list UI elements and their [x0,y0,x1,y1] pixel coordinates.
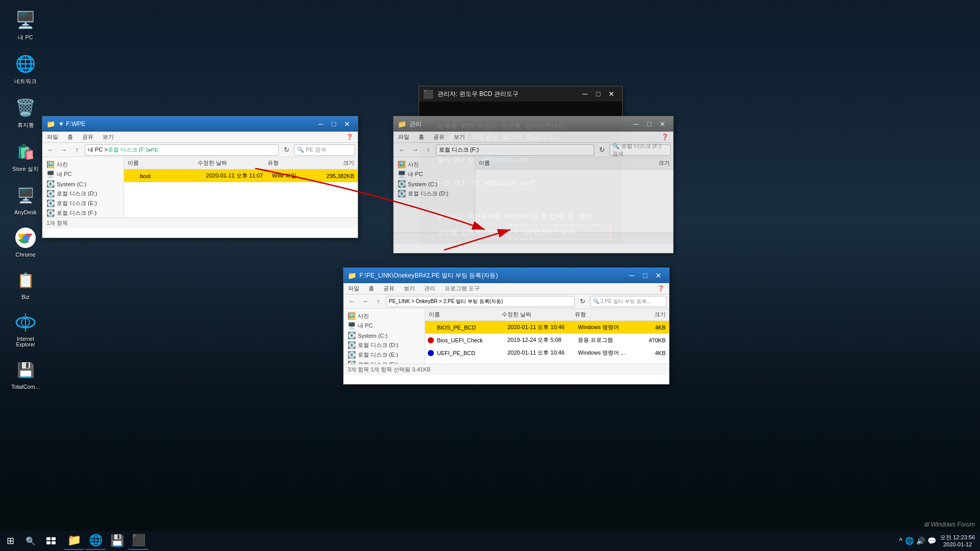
e3-forward[interactable]: → [359,296,371,307]
e2-col-name[interactable]: 이름 [478,158,554,168]
e3-col-type[interactable]: 유형 [574,310,629,319]
explorer3-titlebar[interactable]: 📁 F:\PE_LINK\OnekeyBR#2.PE 멀티 부팅 등록(자동) … [344,268,669,283]
e3-file[interactable]: 파일 [346,284,361,293]
sidebar-item-photos[interactable]: 🖼️사진 [45,160,121,169]
forward-button[interactable]: → [58,144,69,156]
desktop-icon-store[interactable]: 🛍️ Store 설치 [5,137,46,176]
sidebar-item-mypc[interactable]: 🖥️내 PC [45,169,121,179]
help-icon[interactable]: ❓ [344,133,355,141]
e2-address[interactable]: 로컬 디스크 (F:) [436,144,594,156]
taskbar-item-cmd[interactable]: ⬛ [128,532,149,550]
e3-share[interactable]: 공유 [381,284,397,293]
e2-back[interactable]: ← [396,144,407,156]
refresh-button[interactable]: ↻ [281,144,292,156]
e3-s-f[interactable]: 💽로컬 디스크 (F:) [346,360,422,364]
e3-view[interactable]: 보기 [402,284,417,293]
ribbon-file[interactable]: 파일 [45,132,60,142]
sidebar-item-c[interactable]: 💽System (C:) [45,179,121,189]
e2-forward[interactable]: → [409,144,421,156]
start-button[interactable]: ⊞ [0,531,20,551]
table-row[interactable]: BIOS_PE_BCD 2020-01-11 오후 10:46 Windows … [425,321,669,334]
up-button[interactable]: ↑ [71,144,83,156]
search-box[interactable]: 🔍 PE 검색 [294,144,355,156]
table-row[interactable]: UEFI_PE_BCD 2020-01-11 오후 10:46 Windows … [425,346,669,359]
table-row[interactable]: Bios_UEFI_Check 2019-12-24 오후 5:08 응용 프로… [425,334,669,346]
e3-s-photos[interactable]: 🖼️사진 [346,311,422,321]
e3-minimize[interactable]: ─ [625,269,639,282]
e2-col-size[interactable]: 크기 [631,158,671,168]
e3-home[interactable]: 홈 [366,284,376,293]
e3-s-e[interactable]: 💽로컬 디스크 (E:) [346,350,422,360]
col-size[interactable]: 크기 [320,158,355,168]
ribbon-home[interactable]: 홈 [65,132,75,142]
e3-s-c[interactable]: 💽System (C:) [346,331,422,340]
e3-up[interactable]: ↑ [373,296,384,307]
sidebar-item-e[interactable]: 💽로컬 디스크 (E:) [45,198,121,208]
sidebar-item-d[interactable]: 💽로컬 디스크 (D:) [45,189,121,198]
e2-maximize[interactable]: □ [643,117,656,131]
e2-share[interactable]: 공유 [431,132,447,142]
explorer-main-titlebar[interactable]: 📁 ▼ F:WPE ─ □ ✕ [42,116,358,132]
e2-up[interactable]: ↑ [423,144,434,156]
explorer2-titlebar[interactable]: 📁 관리 ─ □ ✕ [394,116,673,132]
e2-minimize[interactable]: ─ [629,117,643,131]
ribbon-view[interactable]: 보기 [101,132,116,142]
desktop-icon-trash[interactable]: 🗑️ 휴지통 [5,93,46,132]
desktop-icon-totalcmd[interactable]: 💾 TotalCom... [5,355,46,392]
taskbar-item-explorer[interactable]: 📁 [64,532,84,550]
e2-s-photos[interactable]: 🖼️사진 [396,160,472,169]
e2-home[interactable]: 홈 [416,132,426,142]
minimize-button[interactable]: ─ [314,117,327,131]
desktop-icon-mypc[interactable]: 🖥️ 내 PC [5,5,46,44]
cmd-titlebar[interactable]: ⬛ 관리자: 윈도우 BCD 관리도구 ─ □ ✕ [419,86,622,102]
cmd-maximize-button[interactable]: □ [592,87,605,101]
e3-col-name[interactable]: 이름 [428,310,501,319]
back-button[interactable]: ← [45,144,56,156]
e3-search[interactable]: 🔍 2.PE 멀티 부팅 등록... [590,296,667,307]
address-bar[interactable]: 내 PC > 로컬 디스크 (F:) > PE [85,144,279,156]
e3-col-date[interactable]: 수정한 날짜 [501,310,574,319]
task-view-button[interactable] [41,531,61,551]
e3-close[interactable]: ✕ [652,269,665,282]
desktop-icon-chrome[interactable]: Chrome [5,223,46,260]
e3-manage[interactable]: 관리 [422,284,437,293]
e3-s-mypc[interactable]: 🖥️내 PC [346,321,422,331]
tray-sound[interactable]: 🔊 [916,537,925,545]
taskbar-item-ie[interactable]: 🌐 [85,532,106,550]
e3-maximize[interactable]: □ [639,269,652,282]
table-row[interactable]: boot 2020-01-11 오후 11:07 WIM 파일 295,382K… [124,169,358,182]
e3-refresh[interactable]: ↻ [577,296,588,307]
desktop-icon-biz[interactable]: 📋 Biz [5,265,46,303]
col-date[interactable]: 수정한 날짜 [197,158,266,168]
desktop-icon-network[interactable]: 🌐 네트워크 [5,49,46,88]
e2-s-mypc[interactable]: 🖥️내 PC [396,169,472,179]
e2-s-c[interactable]: 💽System (C:) [396,179,472,189]
e3-back[interactable]: ← [346,296,357,307]
e2-search[interactable]: 🔍 로컬 디스크 (F:) 검색 [609,144,671,156]
e3-col-size[interactable]: 크기 [629,310,667,319]
sidebar-item-f[interactable]: 💽로컬 디스크 (F:) [45,208,121,217]
e2-close[interactable]: ✕ [656,117,669,131]
desktop-icon-anydesk[interactable]: 🖥️ AnyDesk [5,181,46,218]
close-button[interactable]: ✕ [340,117,354,131]
tray-chevron[interactable]: ^ [899,537,903,545]
col-type[interactable]: 유형 [266,158,320,168]
cmd-minimize-button[interactable]: ─ [578,87,592,101]
e3-address[interactable]: PE_LINK > OnkeyBR > 2.PE 멀티 부팅 등록(자동) [386,296,575,307]
e3-prog-tools[interactable]: 프로그램 도구 [443,284,482,293]
tray-clock[interactable]: 오전 12:23:56 2020-01-12 [940,534,975,548]
cmd-close-button[interactable]: ✕ [605,87,618,101]
ribbon-share[interactable]: 공유 [80,132,95,142]
tray-network[interactable]: 🌐 [905,537,914,545]
e2-refresh[interactable]: ↻ [596,144,607,156]
e3-s-d[interactable]: 💽로컬 디스크 (D:) [346,340,422,350]
taskbar-item-backup[interactable]: 💾 [107,532,127,550]
desktop-icon-ie[interactable]: InternetExplorer [5,308,46,350]
e2-help[interactable]: ❓ [659,133,671,141]
e3-help[interactable]: ❓ [655,284,667,293]
tray-action-center[interactable]: 💬 [927,537,936,545]
maximize-button[interactable]: □ [327,117,340,131]
e2-file[interactable]: 파일 [396,132,411,142]
taskbar-search-button[interactable]: 🔍 [20,531,41,551]
col-name[interactable]: 이름 [127,158,197,168]
